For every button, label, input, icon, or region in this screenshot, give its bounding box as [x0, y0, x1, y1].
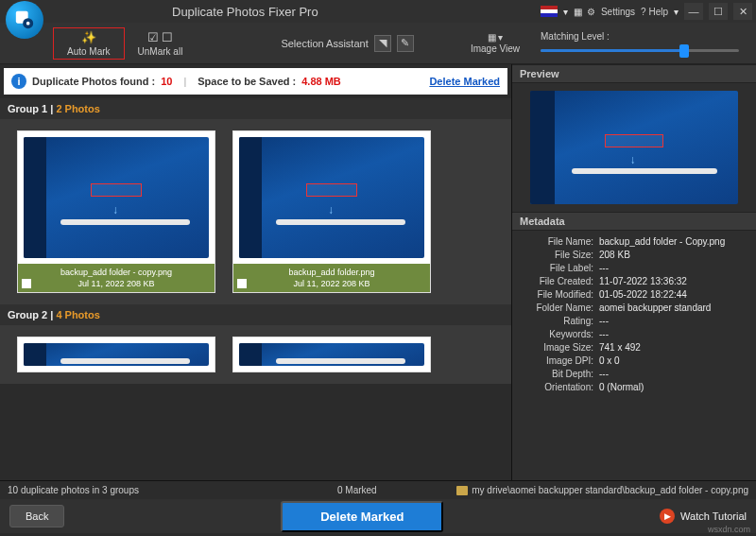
selection-tool-2-button[interactable]: ✎ — [397, 35, 414, 52]
language-flag-icon[interactable] — [541, 6, 558, 17]
language-dropdown-icon[interactable]: ▾ — [563, 7, 568, 17]
metadata-row: Image Size:741 x 492 — [518, 340, 750, 354]
group-1-header[interactable]: Group 1 | 2 Photos — [0, 98, 511, 119]
metadata-key: File Size: — [518, 250, 599, 260]
status-bar: 10 duplicate photos in 3 groups 0 Marked… — [0, 480, 756, 499]
metadata-key: Image Size: — [518, 342, 599, 353]
metadata-row: File Name:backup_add folder - Copy.png — [518, 234, 750, 248]
metadata-key: File Created: — [518, 276, 599, 286]
details-pane: Preview ↓ Metadata File Name:backup_add … — [512, 64, 756, 480]
matching-level-label: Matching Level : — [541, 31, 739, 42]
metadata-key: Rating: — [518, 316, 599, 326]
space-label: Space to be Saved : — [198, 76, 296, 87]
toolbar: ✨ Auto Mark ☑ ☐ UnMark all Selection Ass… — [0, 23, 756, 64]
metadata-row: File Created:11-07-2022 13:36:32 — [518, 274, 750, 287]
group-2-thumbs — [0, 325, 511, 384]
selection-tool-1-button[interactable]: ◥ — [374, 35, 391, 52]
thumbnail-card[interactable] — [232, 337, 431, 372]
info-icon: i — [11, 74, 26, 89]
thumbnail-filename: backup_add folder.png — [235, 268, 428, 277]
thumbnail-card[interactable] — [17, 337, 215, 372]
image-view-button[interactable]: ▦ ▾ Image View — [471, 32, 520, 54]
metadata-value: 208 KB — [599, 250, 750, 260]
thumbnail-image — [18, 337, 215, 372]
title-bar: Duplicate Photos Fixer Pro ▾ ▦ ⚙ Setting… — [0, 0, 756, 23]
group-1-prefix: Group 1 — [8, 103, 47, 114]
thumbnail-checkbox[interactable] — [237, 279, 247, 288]
thumbnail-meta: backup_add folder - copy.png Jul 11, 202… — [18, 264, 215, 292]
maximize-button[interactable]: ☐ — [709, 3, 728, 20]
metadata-row: File Label:--- — [518, 261, 750, 274]
group-2-header[interactable]: Group 2 | 4 Photos — [0, 304, 511, 325]
settings-gear-icon[interactable]: ⚙ — [587, 7, 595, 17]
matching-level-slider[interactable] — [541, 44, 739, 56]
metadata-row: Folder Name:aomei backupper standard — [518, 301, 750, 314]
preview-area: ↓ — [512, 83, 756, 212]
bottom-bar: Back Delete Marked ▶ Watch Tutorial — [0, 499, 756, 533]
matching-level-control: Matching Level : — [531, 31, 748, 56]
app-title: Duplicate Photos Fixer Pro — [172, 5, 318, 19]
thumbnail-card[interactable]: ↓ backup_add folder - copy.png Jul 11, 2… — [17, 130, 215, 293]
metadata-row: File Size:208 KB — [518, 248, 750, 261]
main-content: i Duplicate Photos found : 10 | Space to… — [0, 64, 756, 480]
thumbnail-image — [233, 337, 430, 372]
metadata-key: File Label: — [518, 263, 599, 273]
settings-label[interactable]: Settings — [601, 7, 635, 17]
metadata-table: File Name:backup_add folder - Copy.pngFi… — [512, 231, 756, 395]
thumbnail-checkbox[interactable] — [22, 279, 31, 288]
help-dropdown-icon[interactable]: ▾ — [674, 7, 679, 17]
grid-icon: ▦ ▾ — [488, 32, 504, 43]
watch-tutorial-button[interactable]: ▶ Watch Tutorial — [660, 509, 747, 524]
metadata-value: 0 x 0 — [599, 355, 750, 366]
thumbnail-filename: backup_add folder - copy.png — [20, 268, 213, 277]
metadata-row: Orientation:0 (Normal) — [518, 380, 750, 393]
metadata-value: --- — [599, 316, 750, 326]
status-path: my drive\aomei backupper standard\backup… — [472, 485, 748, 495]
thumbnail-meta: backup_add folder.png Jul 11, 2022 208 K… — [233, 264, 430, 292]
found-label: Duplicate Photos found : — [32, 76, 155, 87]
thumbnail-details: Jul 11, 2022 208 KB — [20, 279, 213, 288]
delete-marked-link[interactable]: Delete Marked — [429, 76, 500, 87]
metadata-value: 741 x 492 — [599, 342, 750, 353]
thumbnail-card[interactable]: ↓ backup_add folder.png Jul 11, 2022 208… — [232, 130, 431, 293]
folder-icon — [456, 486, 468, 495]
close-button[interactable]: ✕ — [733, 3, 752, 20]
group-2-prefix: Group 2 — [8, 309, 47, 320]
metadata-value: 01-05-2022 18:22:44 — [599, 289, 750, 300]
thumbnail-details: Jul 11, 2022 208 KB — [235, 279, 428, 288]
metadata-value: aomei backupper standard — [599, 303, 750, 313]
metadata-key: Image DPI: — [518, 355, 599, 366]
delete-marked-button[interactable]: Delete Marked — [281, 501, 443, 532]
metadata-row: Rating:--- — [518, 314, 750, 327]
metadata-key: File Name: — [518, 236, 599, 247]
found-count: 10 — [161, 76, 172, 87]
metadata-key: Bit Depth: — [518, 369, 599, 379]
metadata-value: 0 (Normal) — [599, 382, 750, 392]
selection-assistant-label: Selection Assistant — [281, 38, 368, 49]
back-button[interactable]: Back — [9, 505, 64, 527]
thumbnail-image: ↓ — [18, 131, 215, 264]
metadata-row: Image DPI:0 x 0 — [518, 354, 750, 367]
metadata-key: File Modified: — [518, 289, 599, 300]
watermark: wsxdn.com — [708, 525, 750, 534]
svg-point-2 — [26, 22, 30, 26]
metadata-value: --- — [599, 263, 750, 273]
metadata-value: --- — [599, 329, 750, 339]
minimize-button[interactable]: — — [684, 3, 703, 20]
metadata-key: Orientation: — [518, 382, 599, 392]
unmark-all-button[interactable]: ☑ ☐ UnMark all — [125, 27, 197, 60]
group-2-count: 4 Photos — [56, 309, 99, 320]
unmark-all-label: UnMark all — [138, 46, 183, 57]
status-marked: 0 Marked — [337, 485, 377, 495]
image-view-label: Image View — [471, 43, 520, 54]
metadata-key: Keywords: — [518, 329, 599, 339]
status-summary: 10 duplicate photos in 3 groups — [8, 485, 139, 495]
metadata-row: File Modified:01-05-2022 18:22:44 — [518, 287, 750, 301]
unmark-icon: ☑ ☐ — [147, 30, 174, 45]
metadata-row: Bit Depth:--- — [518, 367, 750, 380]
preview-section-label: Preview — [512, 64, 756, 83]
grid-options-icon[interactable]: ▦ — [574, 7, 581, 17]
auto-mark-button[interactable]: ✨ Auto Mark — [53, 27, 125, 60]
help-label[interactable]: ? Help — [641, 7, 668, 17]
app-logo-icon — [6, 1, 43, 39]
